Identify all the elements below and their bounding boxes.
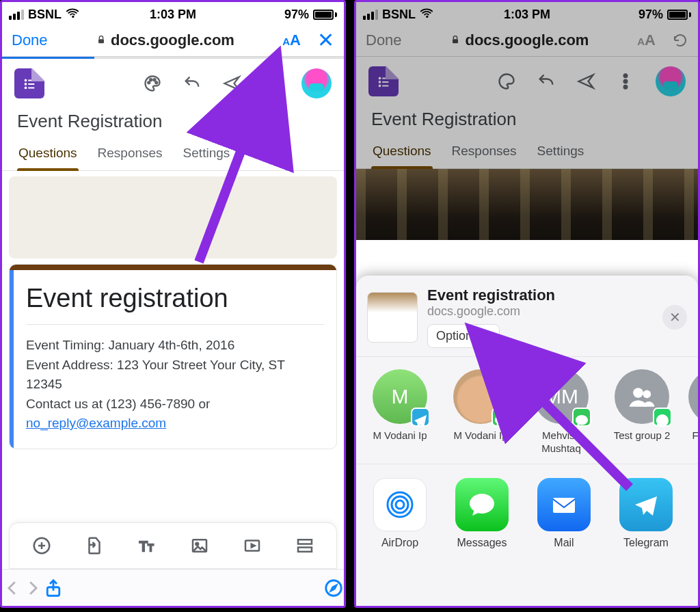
account-avatar[interactable] [301,68,332,98]
back-icon[interactable] [2,578,23,598]
reload-icon[interactable] [672,32,688,49]
google-forms-icon[interactable] [368,66,399,96]
send-icon[interactable] [576,72,595,91]
tab-questions[interactable]: Questions [371,137,433,168]
desc-line: Event Address: 123 Your Street Your City… [26,356,324,395]
safari-icon[interactable] [323,578,344,598]
url-text: docs.google.com [465,31,589,49]
svg-rect-39 [553,498,575,513]
app-mail[interactable]: Mail [533,478,595,549]
form-tabs: Questions Responses Settings [2,139,344,171]
mail-icon [537,478,591,531]
share-icon[interactable] [43,578,64,598]
lock-icon [96,31,107,49]
share-contact[interactable]: Test group 2 [608,369,676,455]
share-sheet: Event registration docs.google.com Optio… [356,276,698,606]
svg-text:T: T [148,543,154,553]
svg-point-5 [25,87,27,90]
desc-line: Contact us at (123) 456-7890 or [26,397,210,411]
share-contact[interactable]: MMMehvish Mushtaq [527,369,595,455]
svg-rect-30 [382,85,388,87]
svg-point-18 [196,543,198,546]
form-tabs: Questions Responses Settings [356,137,698,169]
add-video-icon[interactable] [242,535,262,556]
done-button[interactable]: Done [366,31,402,49]
done-button[interactable]: Done [12,31,48,49]
svg-point-29 [379,85,381,88]
import-questions-icon[interactable] [84,535,105,556]
app-messages[interactable]: Messages [450,478,513,549]
battery-icon [313,10,337,20]
tab-responses[interactable]: Responses [96,139,164,170]
more-icon[interactable] [616,72,635,91]
undo-icon[interactable] [537,72,556,91]
tab-settings[interactable]: Settings [182,139,232,170]
svg-rect-20 [298,540,312,544]
tab-settings[interactable]: Settings [536,137,586,168]
send-icon[interactable] [222,74,241,93]
form-title: Event Registration [2,108,344,139]
svg-point-35 [643,390,651,398]
more-icon[interactable] [262,74,281,93]
reader-button[interactable]: AA [637,31,656,49]
svg-point-13 [270,88,273,91]
customize-theme-icon[interactable] [497,72,516,91]
svg-point-25 [379,77,381,80]
svg-point-12 [270,82,273,85]
add-section-icon[interactable] [295,535,315,556]
add-image-icon[interactable] [189,535,210,556]
svg-rect-26 [382,78,388,79]
forms-toolbar [356,57,698,106]
app-label: Mail [533,537,595,549]
reader-button[interactable]: AA [282,31,301,49]
form-banner [9,176,337,258]
card-description: Event Timing: January 4th-6th, 2016 Even… [26,336,324,434]
address-bar[interactable]: docs.google.com [450,31,589,49]
google-forms-icon[interactable] [14,68,44,98]
stop-button[interactable]: ✕ [317,34,334,47]
svg-point-34 [633,388,643,398]
add-title-icon[interactable]: TT [137,535,157,556]
screenshot-left: BSNL 1:03 PM 97% Done docs.google.com AA… [0,0,346,608]
share-contact[interactable]: MM Vodani Ip [366,369,434,455]
svg-rect-6 [28,88,34,89]
forward-icon[interactable] [23,578,43,598]
svg-rect-24 [453,39,458,43]
svg-point-23 [326,580,342,596]
share-options-button[interactable]: Options [427,324,500,348]
svg-point-31 [624,75,628,78]
safari-bottom-bar [2,569,344,606]
svg-point-3 [25,83,27,85]
undo-icon[interactable] [183,74,202,93]
svg-point-1 [25,79,27,82]
form-header-card[interactable]: Event registration Event Timing: January… [9,264,337,449]
svg-rect-28 [382,81,388,83]
customize-theme-icon[interactable] [143,74,162,93]
close-icon[interactable]: ✕ [662,305,687,330]
tab-questions[interactable]: Questions [17,139,79,170]
add-question-icon[interactable] [31,535,52,556]
card-title: Event registration [26,284,324,313]
app-airdrop[interactable]: AirDrop [368,478,431,549]
chevron-right-icon [483,332,491,341]
svg-point-10 [155,81,157,83]
share-options-label: Options [436,329,479,343]
contact-avatar: MM [534,369,589,424]
address-bar[interactable]: docs.google.com [96,31,234,49]
share-contact[interactable]: M Vodani Ip [446,369,515,455]
share-contact[interactable]: F [688,369,698,455]
account-avatar[interactable] [656,66,686,96]
tab-responses[interactable]: Responses [450,137,518,168]
contact-avatar [688,369,698,424]
status-bar: BSNL 1:03 PM 97% [2,2,344,25]
svg-point-37 [392,496,408,513]
contact-app-badge [411,408,430,427]
svg-point-33 [624,85,628,89]
contact-email-link[interactable]: no_reply@example.com [26,416,166,430]
contact-app-badge [653,408,672,427]
app-telegram[interactable]: Telegram [615,478,677,549]
share-sheet-header: Event registration docs.google.com Optio… [356,276,698,357]
svg-point-32 [624,80,628,83]
form-title: Event Registration [356,106,698,137]
status-time: 1:03 PM [2,8,344,22]
